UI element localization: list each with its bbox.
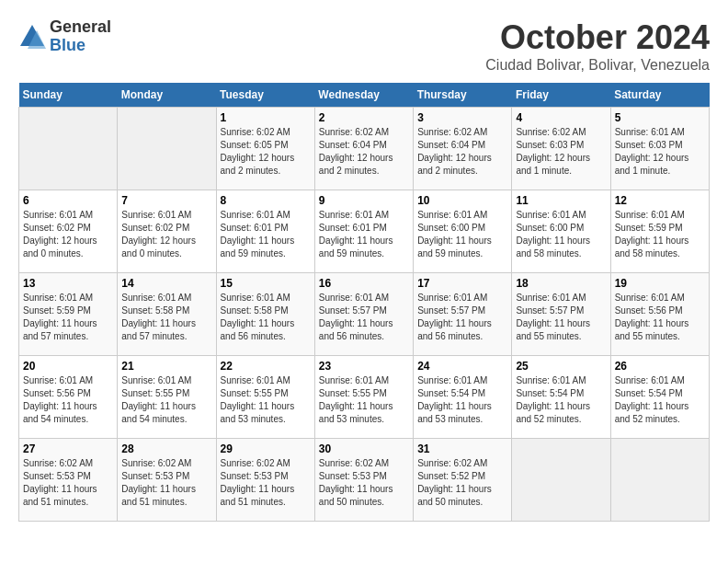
day-number: 17: [417, 277, 507, 290]
header-day-monday: Monday: [118, 83, 216, 108]
day-info: Sunrise: 6:01 AM Sunset: 5:58 PM Dayligh…: [221, 293, 295, 341]
day-info: Sunrise: 6:01 AM Sunset: 5:57 PM Dayligh…: [516, 293, 590, 341]
day-info: Sunrise: 6:02 AM Sunset: 5:53 PM Dayligh…: [121, 458, 196, 507]
calendar-cell: 9Sunrise: 6:01 AM Sunset: 6:01 PM Daylig…: [314, 190, 413, 273]
day-number: 24: [417, 360, 507, 373]
calendar-cell: [19, 108, 118, 190]
day-info: Sunrise: 6:01 AM Sunset: 5:56 PM Dayligh…: [23, 375, 97, 424]
calendar-cell: 31Sunrise: 6:02 AM Sunset: 5:52 PM Dayli…: [414, 439, 512, 522]
day-number: 6: [23, 194, 113, 207]
calendar-cell: 28Sunrise: 6:02 AM Sunset: 5:53 PM Dayli…: [118, 439, 216, 522]
calendar-cell: 20Sunrise: 6:01 AM Sunset: 5:56 PM Dayli…: [19, 356, 118, 439]
header-day-sunday: Sunday: [19, 83, 118, 108]
week-row-4: 20Sunrise: 6:01 AM Sunset: 5:56 PM Dayli…: [19, 356, 710, 439]
day-info: Sunrise: 6:02 AM Sunset: 5:52 PM Dayligh…: [417, 458, 492, 507]
week-row-3: 13Sunrise: 6:01 AM Sunset: 5:59 PM Dayli…: [19, 273, 710, 356]
title-section: October 2024 Ciudad Bolivar, Bolivar, Ve…: [485, 18, 710, 74]
calendar-cell: 1Sunrise: 6:02 AM Sunset: 6:05 PM Daylig…: [216, 108, 314, 190]
page-header: General Blue October 2024 Ciudad Bolivar…: [18, 18, 710, 74]
logo-general-text: General: [50, 18, 111, 37]
calendar-cell: [512, 439, 610, 522]
calendar-cell: 18Sunrise: 6:01 AM Sunset: 5:57 PM Dayli…: [512, 273, 610, 356]
day-number: 31: [417, 442, 507, 455]
day-info: Sunrise: 6:01 AM Sunset: 5:59 PM Dayligh…: [615, 210, 689, 259]
calendar-cell: 3Sunrise: 6:02 AM Sunset: 6:04 PM Daylig…: [414, 108, 512, 190]
calendar-cell: 21Sunrise: 6:01 AM Sunset: 5:55 PM Dayli…: [118, 356, 216, 439]
day-number: 25: [516, 360, 606, 373]
calendar-cell: [610, 439, 709, 522]
header-day-friday: Friday: [512, 83, 610, 108]
day-info: Sunrise: 6:02 AM Sunset: 5:53 PM Dayligh…: [319, 458, 393, 507]
day-info: Sunrise: 6:02 AM Sunset: 6:04 PM Dayligh…: [417, 127, 492, 176]
calendar-cell: 25Sunrise: 6:01 AM Sunset: 5:54 PM Dayli…: [512, 356, 610, 439]
day-info: Sunrise: 6:01 AM Sunset: 5:56 PM Dayligh…: [615, 293, 689, 341]
week-row-5: 27Sunrise: 6:02 AM Sunset: 5:53 PM Dayli…: [19, 439, 710, 522]
logo-blue-text: Blue: [50, 37, 111, 55]
day-info: Sunrise: 6:01 AM Sunset: 5:57 PM Dayligh…: [417, 293, 492, 341]
calendar-table: SundayMondayTuesdayWednesdayThursdayFrid…: [18, 83, 710, 522]
day-info: Sunrise: 6:01 AM Sunset: 5:55 PM Dayligh…: [319, 375, 393, 424]
day-number: 2: [319, 111, 409, 124]
day-info: Sunrise: 6:01 AM Sunset: 6:00 PM Dayligh…: [417, 210, 492, 259]
calendar-cell: 27Sunrise: 6:02 AM Sunset: 5:53 PM Dayli…: [19, 439, 118, 522]
day-number: 4: [516, 111, 606, 124]
day-number: 22: [221, 360, 311, 373]
day-number: 15: [221, 277, 311, 290]
day-info: Sunrise: 6:01 AM Sunset: 5:54 PM Dayligh…: [516, 375, 590, 424]
day-number: 8: [221, 194, 311, 207]
calendar-cell: 30Sunrise: 6:02 AM Sunset: 5:53 PM Dayli…: [314, 439, 413, 522]
calendar-cell: [118, 108, 216, 190]
calendar-cell: 10Sunrise: 6:01 AM Sunset: 6:00 PM Dayli…: [414, 190, 512, 273]
day-info: Sunrise: 6:01 AM Sunset: 5:59 PM Dayligh…: [23, 293, 97, 341]
calendar-cell: 17Sunrise: 6:01 AM Sunset: 5:57 PM Dayli…: [414, 273, 512, 356]
day-info: Sunrise: 6:02 AM Sunset: 5:53 PM Dayligh…: [221, 458, 295, 507]
calendar-cell: 2Sunrise: 6:02 AM Sunset: 6:04 PM Daylig…: [314, 108, 413, 190]
day-info: Sunrise: 6:01 AM Sunset: 5:54 PM Dayligh…: [615, 375, 689, 424]
logo-icon: [18, 23, 46, 51]
calendar-cell: 5Sunrise: 6:01 AM Sunset: 6:03 PM Daylig…: [610, 108, 709, 190]
day-info: Sunrise: 6:01 AM Sunset: 5:54 PM Dayligh…: [417, 375, 492, 424]
day-number: 30: [319, 442, 409, 455]
day-number: 28: [121, 442, 211, 455]
subtitle: Ciudad Bolivar, Bolivar, Venezuela: [485, 57, 710, 74]
day-info: Sunrise: 6:01 AM Sunset: 6:01 PM Dayligh…: [221, 210, 295, 259]
calendar-cell: 13Sunrise: 6:01 AM Sunset: 5:59 PM Dayli…: [19, 273, 118, 356]
day-number: 13: [23, 277, 113, 290]
calendar-cell: 29Sunrise: 6:02 AM Sunset: 5:53 PM Dayli…: [216, 439, 314, 522]
day-number: 14: [121, 277, 211, 290]
day-info: Sunrise: 6:01 AM Sunset: 6:00 PM Dayligh…: [516, 210, 590, 259]
day-number: 10: [417, 194, 507, 207]
header-day-thursday: Thursday: [414, 83, 512, 108]
day-info: Sunrise: 6:02 AM Sunset: 6:05 PM Dayligh…: [221, 127, 295, 176]
week-row-1: 1Sunrise: 6:02 AM Sunset: 6:05 PM Daylig…: [19, 108, 710, 190]
day-info: Sunrise: 6:02 AM Sunset: 6:04 PM Dayligh…: [319, 127, 393, 176]
calendar-cell: 23Sunrise: 6:01 AM Sunset: 5:55 PM Dayli…: [314, 356, 413, 439]
header-day-saturday: Saturday: [610, 83, 709, 108]
day-info: Sunrise: 6:01 AM Sunset: 5:57 PM Dayligh…: [319, 293, 393, 341]
day-info: Sunrise: 6:02 AM Sunset: 5:53 PM Dayligh…: [23, 458, 97, 507]
calendar-cell: 11Sunrise: 6:01 AM Sunset: 6:00 PM Dayli…: [512, 190, 610, 273]
calendar-cell: 12Sunrise: 6:01 AM Sunset: 5:59 PM Dayli…: [610, 190, 709, 273]
day-info: Sunrise: 6:01 AM Sunset: 5:58 PM Dayligh…: [121, 293, 196, 341]
header-row: SundayMondayTuesdayWednesdayThursdayFrid…: [19, 83, 710, 108]
calendar-cell: 14Sunrise: 6:01 AM Sunset: 5:58 PM Dayli…: [118, 273, 216, 356]
day-number: 20: [23, 360, 113, 373]
calendar-cell: 6Sunrise: 6:01 AM Sunset: 6:02 PM Daylig…: [19, 190, 118, 273]
main-title: October 2024: [485, 18, 710, 57]
week-row-2: 6Sunrise: 6:01 AM Sunset: 6:02 PM Daylig…: [19, 190, 710, 273]
logo: General Blue: [18, 18, 111, 55]
day-number: 5: [615, 111, 705, 124]
header-day-wednesday: Wednesday: [314, 83, 413, 108]
calendar-cell: 7Sunrise: 6:01 AM Sunset: 6:02 PM Daylig…: [118, 190, 216, 273]
calendar-cell: 22Sunrise: 6:01 AM Sunset: 5:55 PM Dayli…: [216, 356, 314, 439]
day-info: Sunrise: 6:01 AM Sunset: 6:01 PM Dayligh…: [319, 210, 393, 259]
day-number: 7: [121, 194, 211, 207]
day-number: 9: [319, 194, 409, 207]
day-number: 23: [319, 360, 409, 373]
header-day-tuesday: Tuesday: [216, 83, 314, 108]
calendar-cell: 15Sunrise: 6:01 AM Sunset: 5:58 PM Dayli…: [216, 273, 314, 356]
day-number: 26: [615, 360, 705, 373]
day-number: 16: [319, 277, 409, 290]
day-info: Sunrise: 6:01 AM Sunset: 6:03 PM Dayligh…: [615, 127, 689, 176]
day-info: Sunrise: 6:01 AM Sunset: 5:55 PM Dayligh…: [121, 375, 196, 424]
